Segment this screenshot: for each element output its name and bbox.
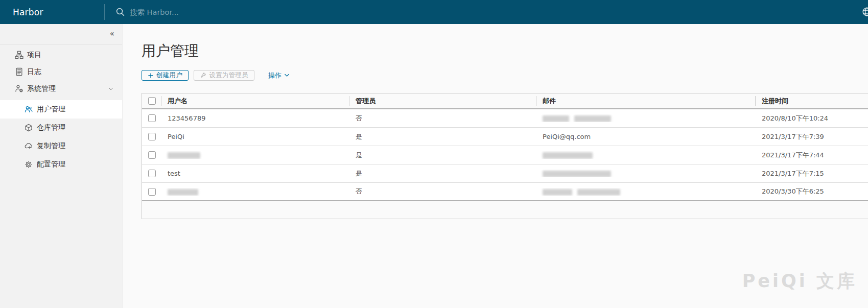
- cell-registration-time: 2021/3/17下午7:44: [755, 151, 868, 160]
- navbar-divider: [104, 4, 105, 20]
- users-icon: [25, 105, 33, 113]
- toolbar: 创建用户 设置为管理员 操作: [142, 70, 868, 81]
- sidebar-item-label: 配置管理: [37, 160, 65, 169]
- sidebar: « 项目 日志 系统管理: [0, 24, 123, 308]
- row-checkbox[interactable]: [148, 114, 156, 122]
- cell-admin: 是: [349, 132, 536, 141]
- cloud-replication-icon: [25, 142, 33, 150]
- main-content: 用户管理 创建用户 设置为管理员 操作 用户名 管理员 邮件 注册时间: [123, 24, 868, 308]
- sidebar-item-system-admin[interactable]: 系统管理: [0, 80, 122, 97]
- actions-dropdown[interactable]: 操作: [268, 71, 290, 80]
- search-input[interactable]: [130, 8, 298, 16]
- admin-user-icon: [15, 84, 24, 93]
- cell-email: [536, 188, 755, 196]
- table-row: 是 2021/3/17下午7:44: [142, 146, 868, 164]
- plus-icon: [148, 73, 154, 79]
- row-checkbox[interactable]: [148, 170, 156, 177]
- sidebar-item-configuration-management[interactable]: 配置管理: [0, 155, 122, 174]
- column-header-admin: 管理员: [349, 93, 536, 108]
- create-user-button[interactable]: 创建用户: [142, 70, 189, 81]
- cell-email: [536, 114, 755, 122]
- page-title: 用户管理: [142, 43, 868, 58]
- harbor-logo[interactable]: Harbor: [13, 7, 43, 17]
- cell-username: PeiQi: [161, 133, 349, 140]
- search-icon: [115, 7, 125, 17]
- chevron-down-icon: [284, 72, 290, 79]
- cell-username: 123456789: [161, 114, 349, 122]
- sidebar-item-projects[interactable]: 项目: [0, 46, 122, 63]
- sidebar-collapse-row: «: [0, 24, 122, 44]
- table-row: 否 2020/3/30下午6:25: [142, 183, 868, 201]
- cell-registration-time: 2020/8/10下午10:24: [755, 114, 868, 123]
- sidebar-item-label: 复制管理: [37, 141, 65, 151]
- sidebar-item-user-management[interactable]: 用户管理: [0, 100, 122, 119]
- log-icon: [15, 67, 24, 76]
- sitemap-icon: [15, 51, 24, 59]
- global-search: [115, 0, 298, 24]
- actions-label: 操作: [268, 71, 281, 80]
- sidebar-item-label: 仓库管理: [37, 123, 65, 132]
- gear-icon: [25, 160, 33, 169]
- row-checkbox[interactable]: [148, 188, 156, 196]
- set-admin-label: 设置为管理员: [209, 71, 248, 80]
- sidebar-item-label: 系统管理: [27, 84, 56, 93]
- cell-username: [161, 151, 349, 159]
- table-row: 123456789 否 2020/8/10下午10:24: [142, 109, 868, 128]
- sidebar-item-label: 日志: [27, 67, 41, 77]
- sidebar-item-label: 项目: [27, 51, 41, 60]
- collapse-sidebar-icon[interactable]: «: [110, 30, 114, 38]
- sidebar-item-label: 用户管理: [37, 105, 65, 114]
- sidebar-item-replication-management[interactable]: 复制管理: [0, 137, 122, 155]
- sidebar-item-registry-management[interactable]: 仓库管理: [0, 119, 122, 137]
- column-header-registration-time: 注册时间: [755, 93, 868, 108]
- table-row: PeiQi 是 PeiQi@qq.com 2021/3/17下午7:39: [142, 128, 868, 146]
- cell-admin: 否: [349, 114, 536, 123]
- watermark: PeiQi 文库: [742, 269, 857, 293]
- column-header-email: 邮件: [536, 93, 755, 108]
- cell-email: PeiQi@qq.com: [536, 133, 755, 140]
- cell-email: [536, 151, 755, 159]
- cell-admin: 是: [349, 169, 536, 178]
- select-all-checkbox[interactable]: [148, 97, 156, 105]
- cube-icon: [25, 124, 33, 132]
- column-header-username: 用户名: [161, 93, 349, 108]
- table-row: test 是 2021/3/17下午7:15: [142, 164, 868, 183]
- set-admin-button[interactable]: 设置为管理员: [194, 70, 254, 81]
- table-footer: [142, 201, 868, 219]
- cell-admin: 是: [349, 151, 536, 160]
- row-checkbox[interactable]: [148, 133, 156, 140]
- cell-admin: 否: [349, 187, 536, 196]
- cell-registration-time: 2021/3/17下午7:39: [755, 132, 868, 141]
- cell-registration-time: 2020/3/30下午6:25: [755, 187, 868, 196]
- cell-username: [161, 188, 349, 196]
- chevron-down-icon: [108, 86, 114, 92]
- cell-email: [536, 170, 755, 177]
- cell-registration-time: 2021/3/17下午7:15: [755, 169, 868, 178]
- row-checkbox[interactable]: [148, 151, 156, 159]
- cell-username: test: [161, 170, 349, 177]
- language-globe-icon[interactable]: [862, 7, 868, 19]
- sidebar-item-logs[interactable]: 日志: [0, 63, 122, 80]
- create-user-label: 创建用户: [156, 71, 182, 80]
- table-header-row: 用户名 管理员 邮件 注册时间: [142, 93, 868, 109]
- users-table: 用户名 管理员 邮件 注册时间 123456789 否 2020/8/10下午1…: [142, 93, 868, 219]
- top-navbar: Harbor: [0, 0, 868, 24]
- wrench-icon: [200, 72, 206, 79]
